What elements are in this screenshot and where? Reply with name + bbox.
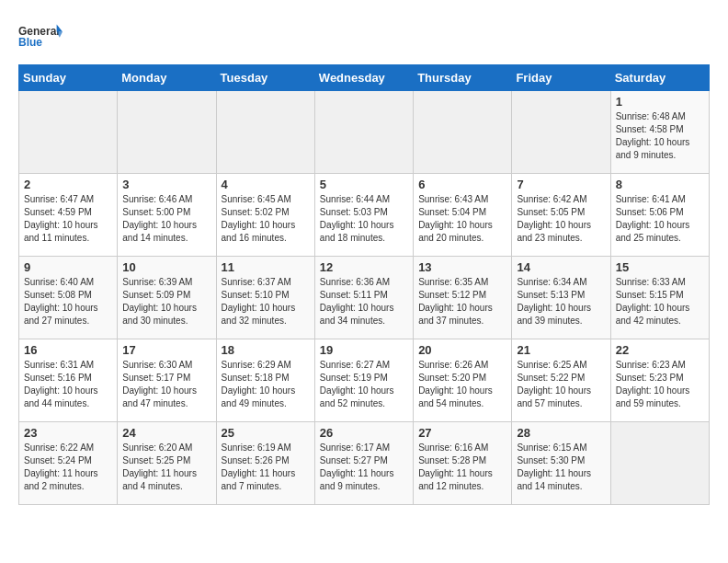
day-number: 23 — [24, 426, 112, 440]
calendar-cell: 15Sunrise: 6:33 AM Sunset: 5:15 PM Dayli… — [610, 257, 709, 339]
calendar-cell: 20Sunrise: 6:26 AM Sunset: 5:20 PM Dayli… — [414, 339, 512, 422]
svg-text:General: General — [18, 25, 60, 38]
day-info: Sunrise: 6:20 AM Sunset: 5:25 PM Dayligh… — [122, 442, 210, 493]
calendar-cell: 2Sunrise: 6:47 AM Sunset: 4:59 PM Daylig… — [19, 174, 118, 257]
day-info: Sunrise: 6:25 AM Sunset: 5:22 PM Dayligh… — [517, 359, 605, 410]
day-info: Sunrise: 6:44 AM Sunset: 5:03 PM Dayligh… — [320, 193, 408, 245]
svg-marker-2 — [57, 24, 63, 31]
calendar-cell: 1Sunrise: 6:48 AM Sunset: 4:58 PM Daylig… — [610, 91, 709, 174]
day-info: Sunrise: 6:35 AM Sunset: 5:12 PM Dayligh… — [418, 276, 506, 327]
calendar-cell: 25Sunrise: 6:19 AM Sunset: 5:26 PM Dayli… — [216, 422, 314, 505]
calendar-cell — [216, 91, 314, 174]
day-number: 20 — [418, 343, 506, 357]
day-info: Sunrise: 6:47 AM Sunset: 4:59 PM Dayligh… — [24, 193, 112, 245]
day-number: 19 — [320, 343, 408, 357]
logo: General Blue — [18, 18, 63, 55]
calendar-cell: 5Sunrise: 6:44 AM Sunset: 5:03 PM Daylig… — [314, 174, 413, 257]
logo-svg: General Blue — [18, 18, 63, 55]
day-number: 24 — [122, 426, 210, 440]
day-info: Sunrise: 6:34 AM Sunset: 5:13 PM Dayligh… — [517, 276, 605, 327]
calendar-cell — [314, 91, 413, 174]
day-info: Sunrise: 6:31 AM Sunset: 5:16 PM Dayligh… — [24, 359, 112, 410]
calendar-cell: 14Sunrise: 6:34 AM Sunset: 5:13 PM Dayli… — [512, 257, 610, 339]
day-number: 5 — [320, 178, 408, 191]
day-number: 8 — [616, 178, 704, 191]
calendar-cell: 6Sunrise: 6:43 AM Sunset: 5:04 PM Daylig… — [414, 174, 512, 257]
calendar-cell: 17Sunrise: 6:30 AM Sunset: 5:17 PM Dayli… — [118, 339, 216, 422]
day-number: 17 — [122, 343, 210, 357]
day-info: Sunrise: 6:27 AM Sunset: 5:19 PM Dayligh… — [320, 359, 408, 410]
day-number: 13 — [418, 260, 506, 274]
day-info: Sunrise: 6:17 AM Sunset: 5:27 PM Dayligh… — [320, 442, 408, 493]
day-number: 22 — [616, 343, 704, 357]
day-number: 26 — [320, 426, 408, 440]
calendar-day-header: Friday — [512, 65, 610, 91]
calendar-cell: 22Sunrise: 6:23 AM Sunset: 5:23 PM Dayli… — [610, 339, 709, 422]
calendar-cell: 13Sunrise: 6:35 AM Sunset: 5:12 PM Dayli… — [414, 257, 512, 339]
day-info: Sunrise: 6:15 AM Sunset: 5:30 PM Dayligh… — [517, 442, 605, 493]
calendar-cell: 23Sunrise: 6:22 AM Sunset: 5:24 PM Dayli… — [19, 422, 118, 505]
day-info: Sunrise: 6:45 AM Sunset: 5:02 PM Dayligh… — [222, 193, 310, 245]
day-info: Sunrise: 6:48 AM Sunset: 4:58 PM Dayligh… — [616, 110, 704, 162]
day-number: 3 — [122, 178, 210, 191]
calendar-cell: 27Sunrise: 6:16 AM Sunset: 5:28 PM Dayli… — [414, 422, 512, 505]
calendar-week-row: 9Sunrise: 6:40 AM Sunset: 5:08 PM Daylig… — [19, 257, 710, 339]
calendar-cell — [414, 91, 512, 174]
calendar-day-header: Wednesday — [314, 65, 413, 91]
svg-text:Blue: Blue — [18, 36, 42, 49]
calendar-cell — [118, 91, 216, 174]
calendar-day-header: Thursday — [414, 65, 512, 91]
calendar-cell: 18Sunrise: 6:29 AM Sunset: 5:18 PM Dayli… — [216, 339, 314, 422]
calendar-week-row: 23Sunrise: 6:22 AM Sunset: 5:24 PM Dayli… — [19, 422, 710, 505]
calendar-cell: 4Sunrise: 6:45 AM Sunset: 5:02 PM Daylig… — [216, 174, 314, 257]
calendar-cell: 16Sunrise: 6:31 AM Sunset: 5:16 PM Dayli… — [19, 339, 118, 422]
calendar-cell: 26Sunrise: 6:17 AM Sunset: 5:27 PM Dayli… — [314, 422, 413, 505]
calendar-cell: 28Sunrise: 6:15 AM Sunset: 5:30 PM Dayli… — [512, 422, 610, 505]
calendar-week-row: 2Sunrise: 6:47 AM Sunset: 4:59 PM Daylig… — [19, 174, 710, 257]
day-info: Sunrise: 6:37 AM Sunset: 5:10 PM Dayligh… — [222, 276, 310, 327]
day-number: 9 — [24, 260, 112, 274]
calendar-cell: 7Sunrise: 6:42 AM Sunset: 5:05 PM Daylig… — [512, 174, 610, 257]
day-number: 25 — [222, 426, 310, 440]
day-info: Sunrise: 6:30 AM Sunset: 5:17 PM Dayligh… — [122, 359, 210, 410]
day-info: Sunrise: 6:22 AM Sunset: 5:24 PM Dayligh… — [24, 442, 112, 493]
day-info: Sunrise: 6:36 AM Sunset: 5:11 PM Dayligh… — [320, 276, 408, 327]
day-number: 15 — [616, 260, 704, 274]
day-info: Sunrise: 6:16 AM Sunset: 5:28 PM Dayligh… — [418, 442, 506, 493]
calendar-header-row: SundayMondayTuesdayWednesdayThursdayFrid… — [19, 65, 710, 91]
day-number: 11 — [222, 260, 310, 274]
calendar-cell — [19, 91, 118, 174]
calendar-cell: 11Sunrise: 6:37 AM Sunset: 5:10 PM Dayli… — [216, 257, 314, 339]
calendar-cell: 8Sunrise: 6:41 AM Sunset: 5:06 PM Daylig… — [610, 174, 709, 257]
calendar-day-header: Sunday — [19, 65, 118, 91]
day-number: 7 — [517, 178, 605, 191]
day-number: 2 — [24, 178, 112, 191]
day-info: Sunrise: 6:43 AM Sunset: 5:04 PM Dayligh… — [418, 193, 506, 245]
day-number: 14 — [517, 260, 605, 274]
page-header: General Blue — [18, 18, 710, 55]
calendar-cell: 21Sunrise: 6:25 AM Sunset: 5:22 PM Dayli… — [512, 339, 610, 422]
day-number: 27 — [418, 426, 506, 440]
day-number: 28 — [517, 426, 605, 440]
day-number: 12 — [320, 260, 408, 274]
day-info: Sunrise: 6:23 AM Sunset: 5:23 PM Dayligh… — [616, 359, 704, 410]
day-info: Sunrise: 6:19 AM Sunset: 5:26 PM Dayligh… — [222, 442, 310, 493]
calendar-cell: 3Sunrise: 6:46 AM Sunset: 5:00 PM Daylig… — [118, 174, 216, 257]
day-number: 4 — [222, 178, 310, 191]
day-number: 1 — [616, 95, 704, 109]
calendar-cell: 10Sunrise: 6:39 AM Sunset: 5:09 PM Dayli… — [118, 257, 216, 339]
calendar-cell: 12Sunrise: 6:36 AM Sunset: 5:11 PM Dayli… — [314, 257, 413, 339]
calendar-week-row: 1Sunrise: 6:48 AM Sunset: 4:58 PM Daylig… — [19, 91, 710, 174]
calendar-cell: 24Sunrise: 6:20 AM Sunset: 5:25 PM Dayli… — [118, 422, 216, 505]
day-number: 10 — [122, 260, 210, 274]
day-number: 16 — [24, 343, 112, 357]
calendar-cell — [512, 91, 610, 174]
day-info: Sunrise: 6:41 AM Sunset: 5:06 PM Dayligh… — [616, 193, 704, 245]
calendar-cell: 9Sunrise: 6:40 AM Sunset: 5:08 PM Daylig… — [19, 257, 118, 339]
calendar-day-header: Monday — [118, 65, 216, 91]
day-info: Sunrise: 6:39 AM Sunset: 5:09 PM Dayligh… — [122, 276, 210, 327]
day-info: Sunrise: 6:46 AM Sunset: 5:00 PM Dayligh… — [122, 193, 210, 245]
day-info: Sunrise: 6:40 AM Sunset: 5:08 PM Dayligh… — [24, 276, 112, 327]
day-info: Sunrise: 6:42 AM Sunset: 5:05 PM Dayligh… — [517, 193, 605, 245]
day-info: Sunrise: 6:26 AM Sunset: 5:20 PM Dayligh… — [418, 359, 506, 410]
